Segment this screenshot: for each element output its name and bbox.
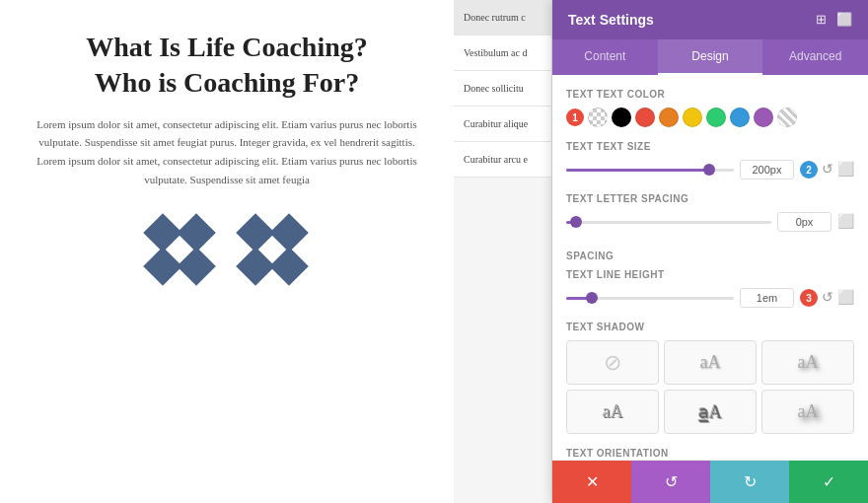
link-line-btn[interactable]: ⬜ (837, 291, 854, 305)
color-orange[interactable] (659, 108, 679, 127)
text-size-input[interactable] (740, 160, 794, 180)
letter-spacing-input[interactable] (777, 212, 832, 232)
shadow-text-5: aA (798, 401, 819, 422)
shadow-options: ⊘ aA aA aA a̲A aA (566, 340, 854, 434)
link-spacing-btn[interactable]: ⬜ (837, 215, 854, 229)
color-purple[interactable] (754, 108, 773, 127)
shadow-none[interactable]: ⊘ (566, 340, 659, 385)
letter-spacing-section: Text Letter Spacing ⬜ (566, 193, 854, 232)
settings-icon[interactable]: ⊞ (816, 12, 827, 28)
redo-button[interactable]: ↻ (710, 461, 789, 503)
line-height-section: Text Line Height 3 ↺ ⬜ (566, 269, 854, 308)
line-height-actions: 3 ↺ ⬜ (800, 289, 854, 307)
shadow-4[interactable]: a̲A (664, 390, 757, 434)
tab-content[interactable]: Content (552, 39, 658, 75)
shadow-text-1: aA (700, 352, 721, 373)
link-size-btn[interactable]: ⬜ (837, 163, 854, 177)
page-body: Lorem ipsum dolor sit amet, consectetur … (30, 115, 424, 189)
panel-tabs: Content Design Advanced (552, 39, 868, 75)
no-shadow-icon: ⊘ (604, 350, 621, 376)
page-heading: What Is Life Coaching? Who is Coaching F… (30, 30, 424, 102)
letter-spacing-row: ⬜ (566, 212, 854, 232)
diamond-br (177, 247, 216, 286)
color-red[interactable] (635, 108, 655, 127)
diamond-br2 (269, 247, 309, 286)
spacing-label: Spacing (566, 251, 614, 261)
line-height-input[interactable] (740, 288, 794, 308)
line-height-row: 3 ↺ ⬜ (566, 288, 854, 308)
text-orientation-section: Text Orientation ≡ 4 ≡ ≡ ≡ (566, 448, 854, 460)
shadow-1[interactable]: aA (664, 340, 757, 385)
badge-3: 3 (800, 289, 818, 307)
badge-1: 1 (566, 108, 584, 126)
panel-footer: ✕ ↺ ↻ ✓ (552, 460, 868, 503)
text-color-label: Text Text Color (566, 89, 854, 100)
diamond-group-right (242, 219, 305, 282)
panel-header-icons: ⊞ ⬜ (816, 12, 852, 28)
panel-header: Text Settings ⊞ ⬜ (552, 0, 868, 39)
list-item[interactable]: Curabitur alique (454, 107, 551, 142)
reset-line-btn[interactable]: ↺ (822, 291, 833, 305)
text-size-row: 2 ↺ ⬜ (566, 160, 854, 180)
list-item[interactable]: Donec sollicitu (454, 71, 551, 107)
shadow-5[interactable]: aA (761, 390, 854, 434)
cancel-button[interactable]: ✕ (552, 461, 631, 503)
text-color-section: Text Text Color 1 (566, 89, 854, 127)
spacing-divider: Spacing (566, 246, 854, 263)
diamond-group-left (149, 219, 212, 282)
text-size-actions: 2 ↺ ⬜ (800, 161, 854, 179)
shadow-text-3: aA (603, 401, 623, 422)
list-item[interactable]: Curabitur arcu e (454, 142, 551, 178)
text-settings-panel: Text Settings ⊞ ⬜ Content Design Advance… (552, 0, 868, 503)
color-swatches: 1 (566, 108, 854, 127)
tab-design[interactable]: Design (658, 39, 763, 75)
letter-spacing-slider[interactable] (566, 221, 771, 224)
left-content-panel: What Is Life Coaching? Who is Coaching F… (0, 0, 454, 503)
text-size-slider[interactable] (566, 169, 734, 172)
tab-advanced[interactable]: Advanced (762, 39, 868, 75)
text-orientation-label: Text Orientation (566, 448, 854, 459)
sidebar-list: Donec rutrum c Vestibulum ac d Donec sol… (454, 0, 552, 503)
confirm-button[interactable]: ✓ (789, 461, 868, 503)
shadow-text-4: a̲A (698, 401, 722, 423)
list-item[interactable]: Vestibulum ac d (454, 36, 551, 71)
color-black[interactable] (612, 108, 631, 127)
diamond-decorations (30, 219, 424, 282)
shadow-2[interactable]: aA (761, 340, 854, 385)
text-shadow-label: Text Shadow (566, 322, 854, 332)
shadow-3[interactable]: aA (566, 390, 659, 434)
color-transparent[interactable] (588, 108, 608, 127)
color-green[interactable] (706, 108, 726, 127)
letter-spacing-label: Text Letter Spacing (566, 193, 854, 204)
text-shadow-section: Text Shadow ⊘ aA aA aA a̲A aA (566, 322, 854, 434)
panel-body: Text Text Color 1 Text Text Size (552, 75, 868, 460)
letter-spacing-actions: ⬜ (837, 215, 854, 229)
line-height-label: Text Line Height (566, 269, 854, 280)
list-item[interactable]: Donec rutrum c (454, 0, 551, 36)
badge-2: 2 (800, 161, 818, 179)
undo-button[interactable]: ↺ (631, 461, 710, 503)
text-size-label: Text Text Size (566, 141, 854, 152)
color-blue[interactable] (730, 108, 750, 127)
expand-icon[interactable]: ⬜ (836, 12, 852, 28)
shadow-text-2: aA (798, 352, 819, 373)
line-height-slider[interactable] (566, 297, 734, 300)
color-checker[interactable] (777, 108, 797, 127)
color-yellow[interactable] (683, 108, 702, 127)
panel-title: Text Settings (568, 12, 654, 28)
text-size-section: Text Text Size 2 ↺ ⬜ (566, 141, 854, 180)
reset-size-btn[interactable]: ↺ (822, 163, 833, 177)
